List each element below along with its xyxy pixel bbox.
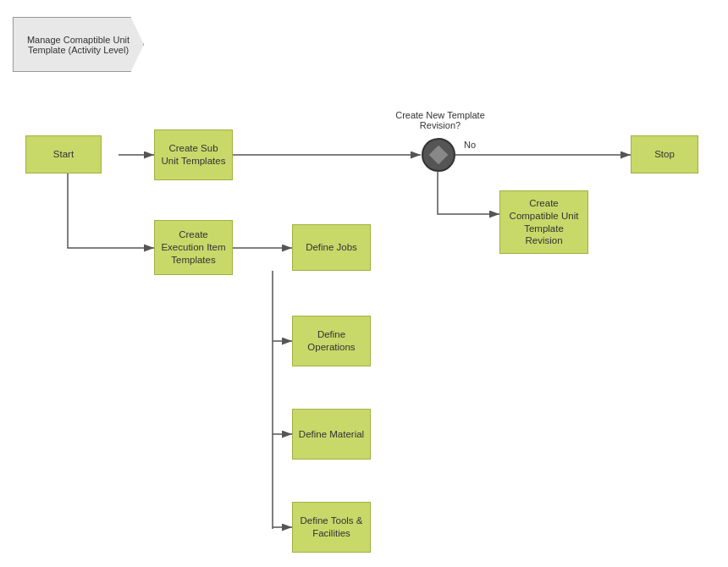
define-jobs-label: Define Jobs xyxy=(306,241,357,254)
define-tools-box: Define Tools & Facilities xyxy=(292,502,371,553)
create-execution-box: Create Execution Item Templates xyxy=(154,220,233,275)
no-label: No xyxy=(464,140,476,150)
create-execution-label: Create Execution Item Templates xyxy=(159,228,228,267)
define-operations-box: Define Operations xyxy=(292,316,371,366)
define-material-box: Define Material xyxy=(292,409,371,460)
create-compatible-label: Create Compatible Unit Template Revision xyxy=(505,197,583,248)
header-banner: Manage Comaptible Unit Template (Activit… xyxy=(13,17,144,72)
start-label: Start xyxy=(53,148,74,161)
stop-box: Stop xyxy=(631,135,698,173)
stop-label: Stop xyxy=(654,148,675,161)
decision-label: Create New Template Revision? xyxy=(389,110,491,130)
create-sub-unit-label: Create Sub Unit Templates xyxy=(159,142,228,168)
start-box: Start xyxy=(25,135,102,173)
diagram-container: Manage Comaptible Unit Template (Activit… xyxy=(0,0,728,567)
define-material-label: Define Material xyxy=(299,428,364,441)
define-operations-label: Define Operations xyxy=(297,328,366,354)
define-jobs-box: Define Jobs xyxy=(292,224,371,271)
create-compatible-box: Create Compatible Unit Template Revision xyxy=(499,190,588,254)
decision-circle xyxy=(422,138,455,172)
header-title: Manage Comaptible Unit Template (Activit… xyxy=(14,35,143,55)
define-tools-label: Define Tools & Facilities xyxy=(297,515,366,540)
decision-inner xyxy=(429,146,449,165)
arrows-svg xyxy=(0,0,728,567)
create-sub-unit-box: Create Sub Unit Templates xyxy=(154,129,233,180)
